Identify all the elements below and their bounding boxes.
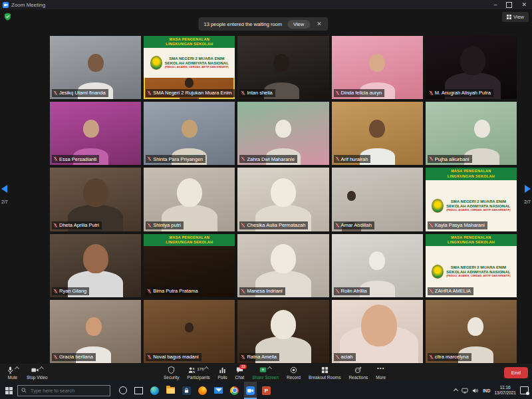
video-tile[interactable]: Essa Persadianti [50, 102, 141, 165]
participant-name: Ratna Amelia [239, 353, 279, 361]
video-tile[interactable]: Arif hurairah [332, 102, 423, 165]
grid-view-icon [507, 15, 511, 19]
participants-button[interactable]: 176 Participants [183, 364, 213, 382]
video-tile[interactable]: M. Anugrah Alisyah Putra [426, 36, 517, 99]
video-tile[interactable]: Shintya putri [144, 168, 235, 231]
gallery-view-button[interactable]: View [502, 12, 529, 22]
zoom-taskbar-icon[interactable] [244, 382, 257, 399]
mute-button[interactable]: Mute [3, 364, 23, 382]
polls-button[interactable]: Polls [213, 364, 231, 382]
muted-mic-icon [147, 223, 152, 228]
reactions-icon [354, 366, 362, 374]
participant-silhouette [83, 178, 108, 207]
cortana-icon[interactable] [116, 382, 129, 399]
meeting-toolbar: Mute Stop Video Security 176 Participant… [0, 364, 532, 382]
muted-mic-icon [147, 156, 152, 162]
action-center-icon[interactable] [520, 386, 529, 394]
network-icon[interactable] [462, 388, 468, 394]
muted-mic-icon [53, 90, 58, 96]
video-tile[interactable]: Dheta Aprilia Putri [50, 168, 141, 231]
video-tile[interactable]: Gracia berliana [50, 300, 141, 363]
notification-close-icon[interactable]: ✕ [315, 21, 323, 27]
video-options-caret[interactable] [39, 366, 44, 370]
muted-mic-icon [241, 90, 245, 96]
video-tile[interactable]: Manesa Indriani [237, 234, 329, 297]
participants-icon [188, 366, 196, 374]
edge-icon[interactable] [148, 382, 161, 399]
end-meeting-button[interactable]: End [504, 367, 528, 378]
stop-video-button[interactable]: Stop Video [23, 364, 52, 382]
mail-icon[interactable] [212, 382, 225, 399]
video-tile[interactable]: MASA PENGENALANLINGKUNGAN SEKOLAHBima Pu… [144, 234, 235, 297]
muted-mic-icon [53, 223, 58, 228]
video-tile[interactable]: Amar Abdillah [332, 168, 423, 231]
mute-options-caret[interactable] [15, 366, 19, 370]
zoom-meeting-window: Zoom Meeting – ✕ 13 people entered the w… [0, 0, 532, 399]
search-input[interactable] [29, 387, 106, 394]
notification-view-button[interactable]: View [287, 20, 310, 29]
video-tile[interactable]: MASA PENGENALANLINGKUNGAN SEKOLAHSMA NEG… [426, 234, 517, 297]
muted-mic-icon [241, 223, 245, 228]
video-tile[interactable]: Chesika Aulia Permatazah [237, 168, 329, 231]
video-grid: Jesikq Utami finandaMASA PENGENALANLINGK… [50, 36, 517, 363]
minimize-button[interactable]: – [493, 2, 497, 8]
share-options-caret[interactable] [267, 366, 272, 370]
video-tile[interactable]: MASA PENGENALANLINGKUNGAN SEKOLAHSMA NEG… [144, 36, 235, 99]
firefox-icon[interactable] [196, 382, 209, 399]
next-page-arrow[interactable] [525, 185, 531, 193]
waiting-room-notification: 13 people entered the waiting room View … [198, 17, 328, 31]
powerpoint-icon[interactable]: P [260, 382, 273, 399]
record-button[interactable]: Record [283, 364, 305, 382]
file-explorer-icon[interactable] [164, 382, 177, 399]
tray-time: 11:16 [500, 385, 511, 390]
windows-logo-icon [5, 387, 13, 394]
taskbar-clock[interactable]: 11:16 13/07/2021 [494, 385, 516, 396]
video-tile[interactable]: Intan shella [237, 36, 329, 99]
participant-silhouette [369, 120, 385, 138]
muted-mic-icon [53, 156, 58, 162]
lock-app-icon[interactable] [180, 382, 193, 399]
muted-mic-icon [335, 223, 340, 228]
chat-button[interactable]: 33 Chat [231, 364, 249, 382]
close-button[interactable]: ✕ [521, 2, 527, 8]
task-view-icon[interactable] [132, 382, 145, 399]
hidden-icons-caret[interactable] [454, 388, 458, 393]
more-button[interactable]: ••• More [372, 364, 390, 382]
video-tile[interactable]: Ryan Gilang [50, 234, 141, 297]
video-tile[interactable]: Pujha alkurbani [426, 102, 517, 165]
participant-name: Rolin Afrillia [334, 287, 370, 295]
security-button[interactable]: Security [160, 364, 183, 382]
video-tile[interactable]: Noval bagus madani [144, 300, 235, 363]
muted-mic-icon [335, 90, 340, 96]
reactions-button[interactable]: Reactions [344, 364, 372, 382]
school-logo-icon [432, 199, 444, 213]
participant-name: Shinta Para Priyangen [146, 155, 205, 163]
muted-mic-icon [429, 289, 434, 294]
share-screen-button[interactable]: Share Screen [248, 364, 283, 382]
chrome-icon[interactable] [228, 382, 241, 399]
video-tile[interactable]: Dinda felicia auryn [332, 36, 423, 99]
school-logo-icon [432, 265, 444, 279]
video-tile[interactable]: Rolin Afrillia [332, 234, 423, 297]
previous-page-arrow[interactable] [1, 185, 7, 193]
video-tile[interactable]: Shinta Para Priyangen [144, 102, 235, 165]
participants-count: 176 [197, 367, 203, 371]
participants-options-caret[interactable] [204, 366, 209, 370]
maximize-button[interactable] [506, 2, 512, 8]
video-tile[interactable]: citra marcelyna [426, 300, 517, 363]
language-indicator[interactable]: IND [483, 388, 490, 393]
video-tile[interactable]: Jesikq Utami finanda [50, 36, 141, 99]
volume-icon[interactable] [472, 388, 479, 394]
video-tile[interactable]: aciah [332, 300, 423, 363]
start-button[interactable] [0, 382, 17, 399]
video-tile[interactable]: MASA PENGENALANLINGKUNGAN SEKOLAHSMA NEG… [426, 168, 517, 231]
video-tile[interactable]: Zahra Dwi Maharanie [237, 102, 329, 165]
muted-mic-icon [335, 156, 340, 162]
taskbar-search[interactable] [17, 385, 110, 396]
page-indicator-right: 2/7 [524, 200, 531, 204]
video-tile[interactable]: Ratna Amelia [237, 300, 329, 363]
breakout-rooms-button[interactable]: Breakout Rooms [305, 364, 344, 382]
participant-name: Arif hurairah [334, 155, 371, 163]
search-icon [21, 388, 27, 393]
participant-silhouette [185, 323, 194, 332]
